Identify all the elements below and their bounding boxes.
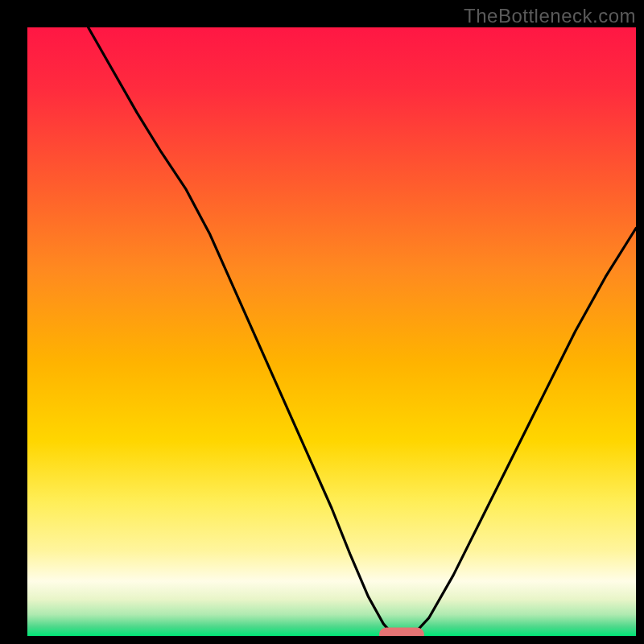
axis-border bbox=[0, 0, 27, 644]
axis-border bbox=[636, 0, 644, 644]
watermark-text: TheBottleneck.com bbox=[464, 5, 636, 27]
bottleneck-chart bbox=[0, 0, 644, 644]
chart-frame: TheBottleneck.com bbox=[0, 0, 644, 644]
plot-background bbox=[27, 27, 636, 636]
axis-border bbox=[0, 636, 644, 644]
